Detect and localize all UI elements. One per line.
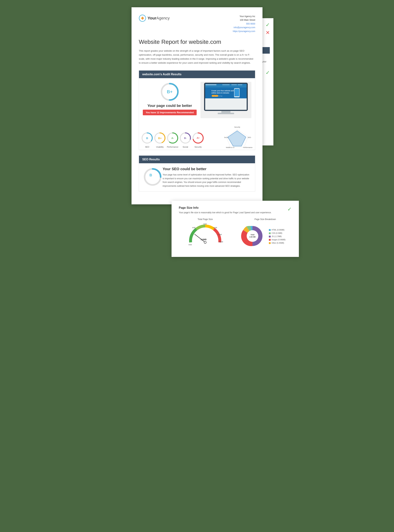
category-social: B- Social [179, 132, 192, 148]
audit-section-header: website.com's Audit Results [139, 71, 255, 78]
cat-circle-usability: B+ [154, 132, 166, 144]
page-size-gauge: 0MB 4MB 8MB 12MB 16MB 20MB 2.6MB [187, 222, 223, 246]
logo-text: YourAgency [148, 16, 170, 20]
audit-section: website.com's Audit Results B+ Your page… [139, 70, 255, 150]
cat-circle-security: A+ [192, 132, 204, 144]
cat-label-security: Security [194, 146, 202, 148]
donut-legend: HTML (0.06MB) CSS (0.2MB) JS (1.17MB) [269, 228, 285, 245]
svg-text:0MB: 0MB [188, 244, 192, 246]
bottom-section-title: Page Size Info [179, 206, 287, 210]
audit-right: Create your free website and online stor… [200, 82, 251, 118]
svg-text:16MB: 16MB [218, 234, 222, 235]
agency-phone[interactable]: 555 9000 [246, 23, 255, 25]
svg-text:Performance: Performance [243, 147, 253, 148]
seo-section-header: SEO Results [139, 156, 255, 163]
svg-text:12MB: 12MB [213, 227, 217, 229]
category-security: A+ Security [192, 132, 204, 148]
legend-css: CSS (0.2MB) [269, 232, 285, 235]
cat-grade-performance: A- [171, 137, 174, 139]
audit-content: B+ Your page could be better You have 12… [139, 78, 255, 123]
improvements-badge: You have 12 Improvements Recommended [143, 110, 197, 115]
donut-chart-svg: Total 2.65 MB [239, 222, 266, 250]
report-card-bottom: Page Size Info Your page's file size is … [171, 201, 299, 257]
page-wrapper: ✓ ✕ to easily tap on abetter user experi… [131, 7, 263, 257]
svg-text:Create your free website and: Create your free website and [211, 90, 234, 92]
cat-grade-seo: B [146, 137, 148, 140]
legend-other: Other (0.25MB) [269, 241, 285, 245]
audit-left: B+ Your page could be better You have 12… [143, 82, 197, 119]
category-seo: B SEO [141, 132, 154, 148]
cat-circle-social: B- [179, 132, 192, 144]
category-usability: B+ Usability [154, 132, 166, 148]
cat-label-social: Social [183, 146, 188, 148]
seo-grade-label: B [150, 173, 152, 177]
logo-area: YourAgency [139, 15, 170, 22]
agency-website[interactable]: https://youragency.com [233, 30, 255, 33]
svg-text:8MB: 8MB [203, 223, 207, 225]
cat-grade-social: B- [184, 137, 187, 139]
donut-chart-label: Page Size Breakdown [239, 218, 292, 220]
overall-grade-label: B+ [167, 89, 172, 94]
monitor-mockup: Create your free website and online stor… [200, 82, 251, 118]
agency-company: Your Agency Inc [233, 15, 255, 18]
legend-images: Images (0.96MB) [269, 238, 285, 241]
svg-rect-26 [205, 98, 247, 110]
audit-tagline: Your page could be better [147, 104, 192, 108]
legend-js: JS (1.17MB) [269, 235, 285, 238]
svg-rect-16 [222, 84, 230, 85]
svg-text:Get Started For Free: Get Started For Free [212, 95, 223, 97]
cat-label-seo: SEO [145, 146, 149, 148]
category-circles: B SEO B+ Usability [139, 123, 255, 150]
header: YourAgency Your Agency Inc 100 Main Stre… [139, 15, 255, 33]
svg-text:20MB: 20MB [219, 241, 223, 243]
cat-label-performance: Performance [167, 146, 178, 148]
cat-grade-usability: B+ [158, 137, 162, 140]
legend-html: HTML (0.06MB) [269, 228, 285, 232]
svg-text:4MB: 4MB [192, 227, 196, 229]
svg-rect-18 [238, 84, 242, 85]
agency-info: Your Agency Inc 100 Main Street 555 9000… [233, 15, 255, 33]
category-performance: A- Performance [166, 132, 179, 148]
monitor-svg: Create your free website and online stor… [200, 82, 251, 118]
bottom-section-text: Your page's file size is reasonably low … [179, 211, 287, 214]
main-report-card: YourAgency Your Agency Inc 100 Main Stre… [131, 7, 263, 204]
seo-grade-wrap: B [143, 167, 159, 185]
seo-section: SEO Results B Your SEO could be better Y… [139, 155, 255, 192]
cat-grade-security: A+ [197, 137, 200, 139]
svg-text:2.65 MB: 2.65 MB [249, 236, 256, 238]
agency-address: 100 Main Street [233, 18, 255, 22]
seo-heading: Your SEO could be better [163, 167, 251, 171]
gauge-chart-item: Total Page Size 0MB 4MB 8MB 12MB 16MB 20… [179, 218, 232, 247]
svg-text:online store in minutes: online store in minutes [211, 92, 229, 94]
svg-text:Total: Total [251, 234, 254, 236]
logo-icon [139, 15, 146, 22]
cat-label-usability: Usability [156, 146, 164, 148]
svg-rect-15 [206, 84, 217, 85]
donut-chart-item: Page Size Breakdown [239, 218, 292, 250]
seo-text: Your SEO could be better Your page has s… [163, 167, 251, 188]
svg-marker-46 [228, 131, 246, 146]
bottom-checkmark-icon: ✓ [287, 206, 292, 212]
report-intro: This report grades your website on the s… [139, 49, 255, 65]
svg-rect-27 [221, 111, 230, 113]
svg-rect-28 [218, 113, 234, 114]
charts-row: Total Page Size 0MB 4MB 8MB 12MB 16MB 20… [179, 218, 292, 250]
svg-rect-25 [234, 89, 239, 96]
svg-point-56 [204, 241, 206, 243]
seo-content: B Your SEO could be better Your page has… [139, 163, 255, 191]
cat-circle-seo: B [141, 132, 154, 144]
cat-circle-performance: A- [166, 132, 179, 144]
seo-body: Your page has some level of optimization… [163, 173, 251, 188]
overall-grade-circle: B+ [160, 82, 180, 102]
report-title: Website Report for website.com [139, 39, 255, 45]
svg-text:Security: Security [234, 126, 240, 128]
gauge-chart-label: Total Page Size [179, 218, 232, 220]
radar-chart: Security SEO Performance Mobile & UI Soc… [224, 126, 253, 148]
svg-text:2.6MB: 2.6MB [201, 238, 207, 240]
svg-rect-17 [231, 84, 237, 85]
seo-grade-circle: B [143, 167, 159, 183]
agency-email[interactable]: info@youragency.com [233, 26, 255, 29]
